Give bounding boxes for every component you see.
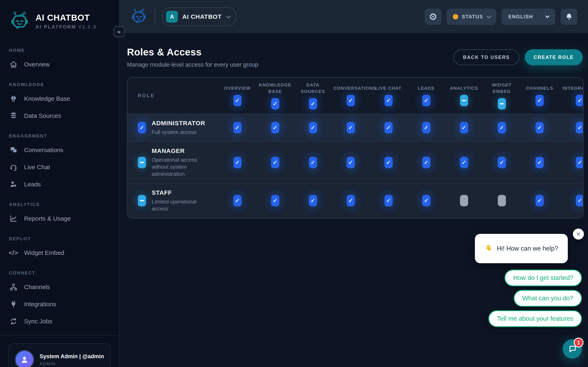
section-label: KNOWLEDGE xyxy=(0,78,119,90)
check-icon: ✓ xyxy=(499,159,504,166)
sidebar-item-knowledge-base[interactable]: Knowledge Base xyxy=(0,90,119,107)
sidebar-item-widget-embed[interactable]: </>Widget Embed xyxy=(0,244,119,261)
column-toggle-checkbox[interactable]: ✓ xyxy=(309,98,317,109)
check-icon: ✓ xyxy=(235,97,240,104)
permission-checkbox[interactable]: ✓ xyxy=(422,195,430,206)
chevrons-left-icon: « xyxy=(117,29,121,35)
permission-checkbox[interactable]: ✓ xyxy=(460,122,468,133)
sidebar-collapse-button[interactable]: « xyxy=(113,26,125,37)
check-icon: ✓ xyxy=(273,124,277,131)
permission-checkbox[interactable]: ✓ xyxy=(384,157,393,168)
column-toggle-checkbox[interactable]: ✓ xyxy=(347,95,355,106)
permission-checkbox[interactable]: ✓ xyxy=(422,157,430,168)
permission-checkbox[interactable]: ✓ xyxy=(347,195,355,206)
column-toggle-checkbox[interactable] xyxy=(498,98,506,109)
column-header-label: DATA SOURCES xyxy=(296,82,330,95)
sidebar-section-home: HOMEOverview xyxy=(0,44,119,73)
robot-logo-blue-icon xyxy=(130,8,148,25)
permission-checkbox[interactable]: ✓ xyxy=(309,122,317,133)
permission-checkbox[interactable]: ✓ xyxy=(347,157,355,168)
permission-checkbox[interactable]: ✓ xyxy=(271,157,279,168)
permission-checkbox[interactable]: ✓ xyxy=(576,195,584,206)
column-toggle-checkbox[interactable]: ✓ xyxy=(384,95,393,106)
chat-launcher-button[interactable]: 1 xyxy=(563,339,582,359)
permission-cell xyxy=(445,184,483,218)
sidebar-item-data-sources[interactable]: Data Sources xyxy=(0,107,119,124)
permission-cell: ✓ xyxy=(521,142,558,183)
permission-checkbox[interactable]: ✓ xyxy=(422,122,430,133)
permission-checkbox[interactable] xyxy=(460,195,468,206)
sidebar-section-deploy: DEPLOY</>Widget Embed xyxy=(0,233,119,261)
column-toggle-checkbox[interactable]: ✓ xyxy=(271,98,279,109)
permission-checkbox[interactable]: ✓ xyxy=(536,122,544,133)
divider xyxy=(155,9,155,25)
chat-suggestion-how-do-i-get-started[interactable]: How do I get started? xyxy=(504,269,582,286)
check-icon: ✓ xyxy=(386,97,391,104)
settings-button[interactable]: ⚙ xyxy=(425,8,441,25)
permission-checkbox[interactable]: ✓ xyxy=(576,122,584,133)
permission-checkbox[interactable]: ✓ xyxy=(309,157,317,168)
permission-checkbox[interactable]: ✓ xyxy=(498,157,506,168)
check-icon: ✓ xyxy=(235,197,240,204)
chat-suggestion-what-can-you-do[interactable]: What can you do? xyxy=(514,290,582,307)
sidebar-item-label: Overview xyxy=(24,61,50,68)
permission-checkbox[interactable]: ✓ xyxy=(536,195,544,206)
role-name: MANAGER xyxy=(152,147,209,154)
role-checkbox[interactable]: ✓ xyxy=(138,122,146,133)
permission-checkbox[interactable]: ✓ xyxy=(384,195,393,206)
sidebar-item-sync-jobs[interactable]: Sync Jobs xyxy=(0,313,119,330)
sidebar-item-reports-usage[interactable]: Reports & Usage xyxy=(0,210,119,227)
column-header-knowledge-base: KNOWLEDGE BASE✓ xyxy=(256,78,294,114)
sidebar-item-leads[interactable]: Leads xyxy=(0,176,119,193)
permission-checkbox[interactable]: ✓ xyxy=(309,195,317,206)
check-icon: ✓ xyxy=(311,159,315,166)
chat-suggestion-tell-me-about-your-features[interactable]: Tell me about your features xyxy=(488,310,582,327)
permission-cell: ✓ xyxy=(483,114,521,141)
role-checkbox[interactable] xyxy=(138,195,146,206)
column-toggle-checkbox[interactable]: ✓ xyxy=(576,95,584,106)
column-toggle-checkbox[interactable]: ✓ xyxy=(233,95,242,106)
column-toggle-checkbox[interactable] xyxy=(460,95,468,106)
status-dropdown[interactable]: STATUS xyxy=(447,8,496,25)
permission-cell: ✓ xyxy=(558,114,584,141)
minus-icon xyxy=(140,200,144,201)
sidebar-item-integrations[interactable]: Integrations xyxy=(0,296,119,313)
permission-checkbox[interactable]: ✓ xyxy=(460,157,468,168)
sidebar-item-label: Integrations xyxy=(24,301,56,308)
permission-checkbox[interactable]: ✓ xyxy=(384,122,393,133)
column-header-label: INTEGRATIONS xyxy=(562,85,584,92)
column-header-label: KNOWLEDGE BASE xyxy=(258,82,293,95)
permission-checkbox[interactable]: ✓ xyxy=(498,122,506,133)
role-checkbox[interactable] xyxy=(138,157,146,168)
create-role-button[interactable]: CREATE ROLE xyxy=(525,49,583,65)
permission-checkbox[interactable]: ✓ xyxy=(271,195,279,206)
permission-checkbox[interactable]: ✓ xyxy=(271,122,279,133)
permission-checkbox[interactable]: ✓ xyxy=(576,157,584,168)
sidebar-item-overview[interactable]: Overview xyxy=(0,56,119,73)
sidebar-item-label: Reports & Usage xyxy=(24,215,71,222)
permission-checkbox[interactable]: ✓ xyxy=(233,122,242,133)
check-icon: ✓ xyxy=(424,159,429,166)
permission-cell: ✓ xyxy=(558,184,584,218)
sidebar-item-label: Widget Embed xyxy=(24,249,64,256)
permission-cell: ✓ xyxy=(407,184,445,218)
column-toggle-checkbox[interactable]: ✓ xyxy=(422,95,430,106)
permission-checkbox[interactable]: ✓ xyxy=(233,157,242,168)
column-toggle-checkbox[interactable]: ✓ xyxy=(536,95,544,106)
permission-cell: ✓ xyxy=(256,184,294,218)
chat-close-button[interactable]: ✕ xyxy=(573,229,584,240)
permission-checkbox[interactable]: ✓ xyxy=(347,122,355,133)
permission-checkbox[interactable]: ✓ xyxy=(536,157,544,168)
bot-selector-dropdown[interactable]: A AI CHATBOT xyxy=(162,7,236,26)
sidebar-item-channels[interactable]: Channels xyxy=(0,278,119,296)
permission-checkbox[interactable] xyxy=(498,195,506,206)
permission-checkbox[interactable]: ✓ xyxy=(233,195,242,206)
sidebar-item-live-chat[interactable]: Live Chat xyxy=(0,159,119,176)
sidebar-section-analytics: ANALYTICSReports & Usage xyxy=(0,198,119,227)
notifications-button[interactable] xyxy=(561,8,577,25)
check-icon: ✓ xyxy=(348,97,353,104)
back-to-users-button[interactable]: BACK TO USERS xyxy=(453,49,519,65)
permission-cell: ✓ xyxy=(558,142,584,183)
sidebar-item-conversations[interactable]: Conversations xyxy=(0,142,119,159)
language-select[interactable]: ENGLISH xyxy=(502,8,555,25)
